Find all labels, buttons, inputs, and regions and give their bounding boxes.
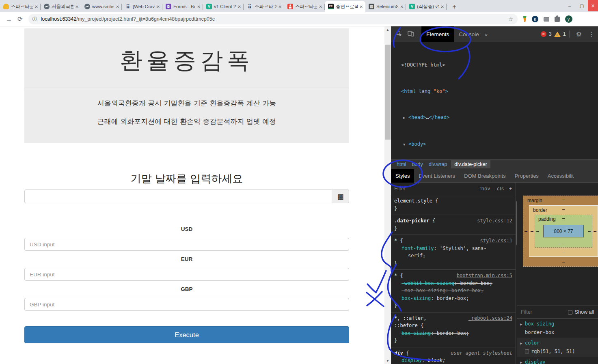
breadcrumb-body[interactable]: body — [412, 162, 423, 167]
execute-button[interactable]: Execute — [24, 326, 349, 343]
settings-gear-icon[interactable]: ⚙ — [576, 30, 582, 38]
box-model-border[interactable]: border – – – – padding – – – – 800 × 77 — [529, 205, 598, 257]
screenshot-extension-icon[interactable] — [544, 17, 549, 22]
computed-prop-display[interactable]: ▶display block — [517, 357, 598, 364]
dom-node-doctype[interactable]: <!DOCTYPE html> — [391, 61, 598, 70]
hover-state-toggle[interactable]: :hov — [479, 185, 490, 193]
scrollbar-thumb[interactable] — [385, 45, 391, 140]
page-scrollbar[interactable]: ▲ ▼ — [384, 26, 391, 364]
dom-node-html[interactable]: <html lang="ko"> — [391, 87, 598, 96]
inspect-element-icon[interactable] — [396, 30, 403, 39]
stylesheet-link[interactable]: style.css:1 — [480, 237, 512, 245]
stylesheet-link[interactable]: _reboot.scss:24 — [468, 314, 512, 322]
computed-filter-input[interactable] — [521, 309, 549, 315]
breadcrumb-div-wrap[interactable]: div.wrap — [429, 162, 447, 167]
close-icon[interactable]: ✕ — [360, 4, 363, 9]
color-swatch[interactable] — [525, 349, 529, 353]
browser-tab[interactable]: V v1 Client 2 ✕ — [203, 1, 244, 12]
minimize-button[interactable]: – — [563, 0, 576, 11]
box-model-content[interactable]: 800 × 77 — [543, 225, 584, 237]
address-bar[interactable]: ⓘ localhost:63342/my_project/project2.ht… — [28, 14, 518, 24]
chevron-right-icon[interactable]: ▶ — [520, 320, 525, 328]
browser-tab[interactable]: V (작성중) v1 ✕ — [406, 1, 447, 12]
tab-accessibility[interactable]: Accessibilit — [543, 169, 578, 183]
extensions-puzzle-icon[interactable] — [555, 17, 560, 22]
url-text[interactable]: localhost:63342/my_project/project2.html… — [41, 16, 508, 22]
close-icon[interactable]: ✕ — [441, 4, 444, 9]
more-tabs-icon[interactable]: » — [485, 31, 488, 37]
reload-icon[interactable]: ⟳ — [17, 15, 23, 23]
tab-elements[interactable]: Elements — [421, 26, 454, 42]
computed-prop-color[interactable]: ▶color rgb(51, 51, 51) — [517, 338, 598, 357]
breadcrumb-div-date-picker[interactable]: div.date-picker — [451, 160, 490, 168]
tab-dom-breakpoints[interactable]: DOM Breakpoints — [460, 169, 510, 183]
style-rule-star-fontfamily[interactable]: * {style.css:1 font-family: 'Stylish', s… — [391, 235, 516, 270]
date-input[interactable] — [24, 190, 332, 203]
forward-icon[interactable]: → — [6, 16, 12, 23]
close-icon[interactable]: ✕ — [76, 4, 79, 9]
close-icon[interactable]: ✕ — [238, 4, 241, 9]
scroll-down-icon[interactable]: ▼ — [384, 358, 391, 364]
show-all-toggle[interactable]: Show all — [568, 309, 594, 315]
new-rule-button[interactable]: + — [509, 185, 512, 193]
style-rule-user-agent[interactable]: div {user agent stylesheet display: bloc… — [391, 347, 516, 364]
browser-tab[interactable]: B Forms - Bo ✕ — [162, 1, 203, 12]
close-icon[interactable]: ✕ — [116, 4, 119, 9]
computed-prop-box-sizing[interactable]: ▶box-sizing border-box — [517, 319, 598, 338]
browser-tab[interactable]: ⠿ [Web Crav ✕ — [122, 1, 162, 12]
devtools-menu-icon[interactable]: ⋮ — [588, 30, 595, 38]
checkbox-icon[interactable] — [568, 310, 572, 314]
box-model-padding[interactable]: padding – – – – 800 × 77 — [535, 215, 592, 248]
warning-icon[interactable]: ! — [554, 32, 561, 37]
box-model-margin[interactable]: margin – – – – border – – – – padding – … — [523, 196, 598, 267]
tab-properties[interactable]: Properties — [510, 169, 543, 183]
scroll-up-icon[interactable]: ▲ — [384, 26, 391, 33]
page-info-icon[interactable]: ⓘ — [32, 16, 37, 23]
tab-console[interactable]: Console — [454, 26, 484, 42]
style-rule-date-picker[interactable]: .date-picker {style.css:12 } — [391, 215, 516, 235]
close-icon[interactable]: ✕ — [319, 4, 322, 9]
evernote-extension-icon[interactable]: e — [532, 16, 538, 22]
style-rule-reboot[interactable]: *, ::after,_reboot.scss:24 ::before { bo… — [391, 312, 516, 347]
restore-button[interactable]: ▢ — [576, 0, 588, 11]
style-rule-element[interactable]: element.style { } — [391, 195, 516, 215]
error-icon[interactable]: ✕ — [541, 31, 546, 37]
eur-input[interactable] — [24, 268, 349, 281]
close-icon[interactable]: ✕ — [157, 4, 160, 9]
browser-tab[interactable]: 스파르타코 ✕ — [284, 1, 325, 12]
stylesheet-link[interactable]: style.css:12 — [477, 217, 512, 225]
stylesheet-link[interactable]: bootstrap.min.css:5 — [457, 272, 512, 280]
browser-tab[interactable]: ▤ SeleniumS ✕ — [365, 1, 406, 12]
device-toolbar-icon[interactable] — [408, 30, 414, 38]
calendar-addon-button[interactable]: ▦ — [332, 190, 349, 203]
browser-tab-active[interactable]: PC 승연프로젝 ✕ — [325, 1, 365, 12]
usd-input[interactable] — [24, 238, 349, 251]
carrot-extension-icon[interactable] — [523, 16, 527, 22]
new-tab-button[interactable]: + — [449, 2, 460, 12]
close-icon[interactable]: ✕ — [278, 4, 282, 9]
browser-tab[interactable]: www.smbs ✕ — [81, 1, 122, 12]
browser-tab[interactable]: 서울외국환 ✕ — [41, 1, 81, 12]
breadcrumb-html[interactable]: html — [397, 162, 406, 167]
style-rule-star-boxsizing[interactable]: * {bootstrap.min.css:5 -webkit-box-sizin… — [391, 270, 516, 312]
profile-avatar[interactable]: y — [565, 15, 572, 23]
close-icon[interactable]: ✕ — [400, 4, 404, 9]
chevron-down-icon[interactable]: ▼ — [403, 140, 408, 149]
chevron-right-icon[interactable]: ▶ — [520, 339, 525, 347]
tab-event-listeners[interactable]: Event Listeners — [414, 169, 460, 183]
chevron-right-icon[interactable]: ▶ — [520, 358, 525, 364]
close-icon[interactable]: ✕ — [197, 4, 201, 9]
styles-filter-input[interactable] — [394, 186, 443, 192]
bookmark-star-icon[interactable]: ☆ — [508, 16, 514, 22]
browser-tab[interactable]: ⠿ 스파르타 2 ✕ — [244, 1, 284, 12]
browser-tab[interactable]: 스파르타코 ✕ — [0, 1, 41, 12]
tab-styles[interactable]: Styles — [391, 169, 414, 183]
gbp-input[interactable] — [24, 298, 349, 311]
dom-node-body[interactable]: ▼<body> — [391, 140, 598, 149]
dom-node-head[interactable]: ▶<head>…</head> — [391, 113, 598, 123]
class-toggle[interactable]: .cls — [495, 185, 504, 193]
close-icon[interactable]: ✕ — [35, 4, 38, 9]
chevron-right-icon[interactable]: ▶ — [403, 114, 408, 123]
pane-divider[interactable] — [516, 183, 516, 364]
close-window-button[interactable]: ✕ — [588, 0, 598, 11]
